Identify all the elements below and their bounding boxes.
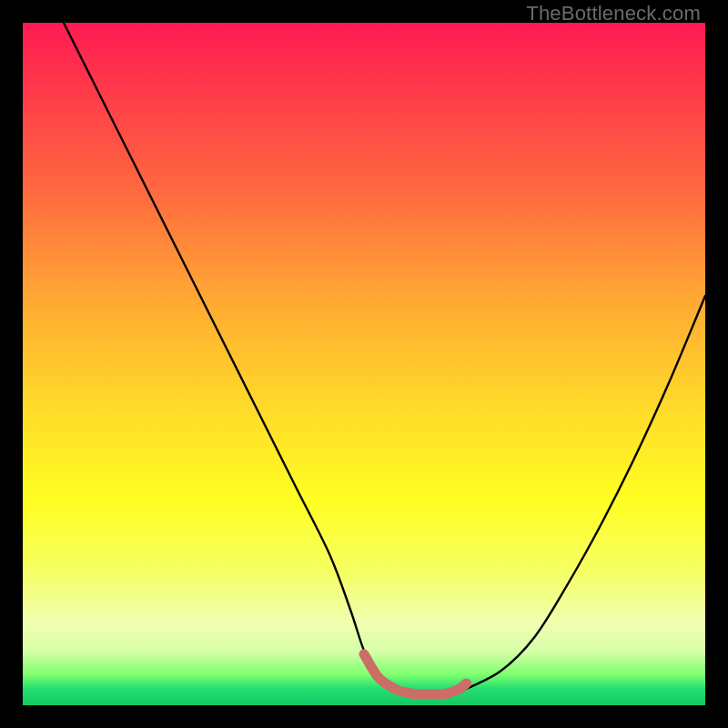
background-gradient <box>23 23 705 705</box>
plot-area <box>23 23 705 705</box>
chart-frame: TheBottleneck.com <box>0 0 728 728</box>
svg-rect-0 <box>23 23 705 705</box>
